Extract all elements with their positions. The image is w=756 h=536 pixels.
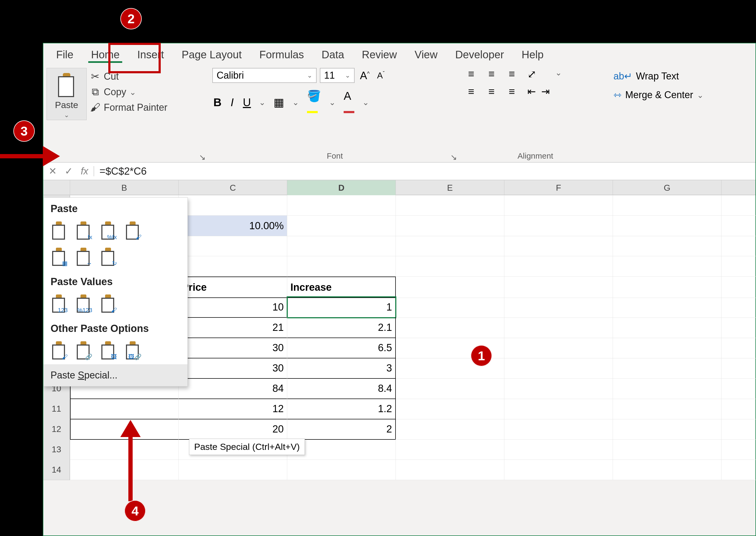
cell-increase-active[interactable]: 1 bbox=[287, 297, 396, 318]
borders-button[interactable]: ▦ bbox=[273, 96, 285, 109]
font-name-combo[interactable]: Calibri ⌄ bbox=[212, 68, 317, 83]
align-top-button[interactable]: ≡ bbox=[464, 68, 479, 83]
col-header[interactable]: B bbox=[70, 180, 179, 196]
cell-increase[interactable]: 8.4 bbox=[287, 378, 396, 399]
underline-button[interactable]: U bbox=[242, 96, 252, 109]
paintbrush-icon: 🖌 bbox=[90, 102, 101, 113]
col-header[interactable]: E bbox=[396, 180, 504, 196]
paste-option-values-numfmt[interactable]: %123 bbox=[75, 293, 92, 313]
paste-dropdown-icon[interactable]: ⌄ bbox=[64, 111, 69, 119]
tab-page-layout[interactable]: Page Layout bbox=[174, 46, 249, 63]
format-painter-button[interactable]: 🖌 Format Painter bbox=[90, 102, 167, 113]
paste-option-linked-picture[interactable]: 🖼🔗 bbox=[124, 340, 141, 360]
cell-price[interactable]: 84 bbox=[179, 378, 287, 399]
col-header[interactable]: G bbox=[613, 180, 721, 196]
paste-option-keep-source-fmt[interactable]: 🖌 bbox=[124, 220, 141, 240]
paste-option-values-sourcefmt[interactable]: 🖌 bbox=[100, 293, 116, 313]
cell-increase[interactable]: 3 bbox=[287, 358, 396, 379]
increase-indent-button[interactable]: ⇥ bbox=[541, 85, 550, 97]
row-header[interactable]: 13 bbox=[43, 439, 70, 460]
tab-file[interactable]: File bbox=[49, 46, 81, 63]
cell-header-increase[interactable]: Increase bbox=[287, 277, 396, 298]
cell[interactable]: 10.00% bbox=[179, 216, 287, 236]
tab-data[interactable]: Data bbox=[314, 46, 352, 63]
chevron-down-icon[interactable]: ⌄ bbox=[697, 90, 704, 100]
cell-increase[interactable]: 2.1 bbox=[287, 317, 396, 338]
paste-button[interactable]: Paste ⌄ bbox=[47, 68, 87, 120]
align-middle-button[interactable]: ≡ bbox=[484, 68, 499, 83]
col-header[interactable]: H bbox=[721, 180, 756, 196]
select-all-corner[interactable] bbox=[43, 180, 70, 196]
paste-option-formulas-numfmt[interactable]: %fx bbox=[100, 220, 116, 240]
ribbon: Paste ⌄ ✂ Cut ⧉ Copy ⌄ 🖌 Format bbox=[43, 66, 755, 163]
cell-increase[interactable]: 1.2 bbox=[287, 398, 396, 419]
chevron-down-icon[interactable]: ⌄ bbox=[555, 68, 562, 101]
cell-header-price[interactable]: Price bbox=[179, 277, 287, 298]
paste-special-accelerator: S bbox=[78, 370, 84, 381]
cell-price[interactable]: 12 bbox=[179, 398, 287, 419]
chevron-down-icon[interactable]: ⌄ bbox=[345, 72, 350, 79]
formula-input[interactable]: =$C$2*C6 bbox=[94, 166, 147, 177]
paste-option-all[interactable] bbox=[50, 220, 67, 240]
align-right-button[interactable]: ≡ bbox=[504, 85, 519, 101]
annotation-arrow-3 bbox=[0, 145, 70, 169]
formula-bar: ✕ ✓ fx =$C$2*C6 bbox=[43, 163, 755, 180]
align-bottom-button[interactable]: ≡ bbox=[504, 68, 519, 83]
tab-formulas[interactable]: Formulas bbox=[252, 46, 312, 63]
align-left-button[interactable]: ≡ bbox=[464, 85, 479, 101]
decrease-indent-button[interactable]: ⇤ bbox=[527, 85, 536, 97]
paste-option-formatting[interactable]: 🖌 bbox=[50, 340, 67, 360]
paste-icon bbox=[55, 71, 78, 98]
chevron-down-icon[interactable]: ⌄ bbox=[362, 98, 369, 107]
chevron-down-icon[interactable]: ⌄ bbox=[329, 98, 336, 107]
col-header[interactable]: C bbox=[179, 180, 287, 196]
chevron-down-icon[interactable]: ⌄ bbox=[307, 72, 312, 79]
font-dialog-launcher-icon[interactable]: ↘ bbox=[450, 152, 458, 160]
column-headers: B C D E F G H bbox=[43, 180, 755, 195]
tab-view[interactable]: View bbox=[407, 46, 445, 63]
row-header[interactable]: 11 bbox=[43, 398, 70, 419]
tab-developer[interactable]: Developer bbox=[448, 46, 511, 63]
paste-option-picture[interactable]: 🖼 bbox=[100, 340, 116, 360]
orientation-button[interactable]: ⤢ bbox=[527, 68, 550, 80]
paste-button-label: Paste bbox=[55, 100, 78, 110]
ribbon-group-font: Calibri ⌄ 11 ⌄ A^ Aˇ B I U ⌄ ▦ ⌄ bbox=[209, 66, 461, 162]
paste-option-formulas[interactable]: fx bbox=[75, 220, 92, 240]
copy-button[interactable]: ⧉ Copy ⌄ bbox=[90, 86, 167, 98]
col-header[interactable]: F bbox=[504, 180, 613, 196]
chevron-down-icon[interactable]: ⌄ bbox=[292, 98, 299, 107]
paste-option-link[interactable]: 🔗 bbox=[75, 340, 92, 360]
insert-function-button[interactable]: fx bbox=[81, 166, 88, 177]
cell-increase[interactable]: 2 bbox=[287, 419, 396, 440]
paste-option-keep-col-widths[interactable]: ↔ bbox=[75, 247, 92, 266]
wrap-text-button[interactable]: ab↵ Wrap Text bbox=[613, 71, 704, 82]
tab-review[interactable]: Review bbox=[354, 46, 404, 63]
row-header[interactable]: 14 bbox=[43, 459, 70, 480]
paste-special-menu-item[interactable]: Paste Special... bbox=[44, 364, 187, 386]
paste-option-values[interactable]: 123 bbox=[50, 293, 67, 313]
cell-price[interactable]: 30 bbox=[179, 338, 287, 358]
cell-price[interactable]: 20 bbox=[179, 419, 287, 440]
clipboard-dialog-launcher-icon[interactable]: ↘ bbox=[199, 152, 207, 160]
tab-help[interactable]: Help bbox=[514, 46, 551, 63]
decrease-font-size-button[interactable]: Aˇ bbox=[375, 70, 387, 81]
paste-dropdown-menu: Paste fx %fx 🖌 ▦ ↔ ↻ Paste Values 123 %1… bbox=[43, 197, 188, 386]
align-center-button[interactable]: ≡ bbox=[484, 85, 499, 101]
paste-option-no-borders[interactable]: ▦ bbox=[50, 247, 67, 266]
bold-button[interactable]: B bbox=[212, 96, 222, 109]
col-header-selected[interactable]: D bbox=[287, 180, 396, 196]
cell-price[interactable]: 30 bbox=[179, 358, 287, 379]
increase-font-size-button[interactable]: A^ bbox=[358, 70, 372, 82]
italic-button[interactable]: I bbox=[229, 96, 235, 109]
fill-color-button[interactable]: 🪣 bbox=[306, 89, 322, 115]
merge-center-button[interactable]: ⇿ Merge & Center ⌄ bbox=[613, 89, 704, 101]
font-size-combo[interactable]: 11 ⌄ bbox=[320, 68, 355, 83]
cell-price[interactable]: 10 bbox=[179, 297, 287, 318]
chevron-down-icon[interactable]: ⌄ bbox=[129, 87, 136, 97]
paste-option-transpose[interactable]: ↻ bbox=[100, 247, 116, 266]
cell-price[interactable]: 21 bbox=[179, 317, 287, 338]
cell-increase[interactable]: 6.5 bbox=[287, 338, 396, 358]
font-color-button[interactable]: A bbox=[343, 89, 355, 115]
row-header[interactable]: 12 bbox=[43, 419, 70, 440]
chevron-down-icon[interactable]: ⌄ bbox=[259, 98, 266, 107]
